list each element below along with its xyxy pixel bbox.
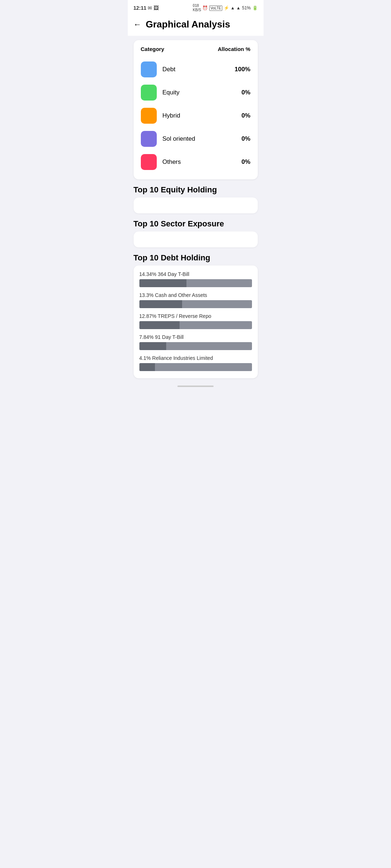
debt-bar-item: 14.34% 364 Day T-Bill xyxy=(139,271,252,287)
category-name-1: Equity xyxy=(163,89,180,96)
signal-icon: ▲ xyxy=(236,5,241,10)
category-left-1: Equity xyxy=(141,85,180,101)
debt-bar-item: 12.87% TREPS / Reverse Repo xyxy=(139,313,252,329)
equity-section: Top 10 Equity Holding xyxy=(134,185,258,213)
network-speed: 018KB/S xyxy=(193,4,201,12)
status-right: 018KB/S ⏰ VoLTE ⚡ ▲ ▲ 51% 🔋 xyxy=(193,4,258,12)
allocation-col-header: Allocation % xyxy=(218,46,250,52)
debt-bar-track-1 xyxy=(139,300,252,308)
debt-bar-fill-2 xyxy=(139,321,180,329)
debt-bar-fill-0 xyxy=(139,279,187,287)
debt-bar-fill-4 xyxy=(139,363,155,371)
volte-icon: VoLTE xyxy=(209,5,222,11)
color-swatch-1 xyxy=(141,85,157,101)
back-button[interactable]: ← xyxy=(134,20,142,29)
debt-section-title: Top 10 Debt Holding xyxy=(134,253,258,263)
debt-bar-track-2 xyxy=(139,321,252,329)
category-pct-1: 0% xyxy=(241,89,251,96)
category-left-4: Others xyxy=(141,154,181,170)
sector-empty-card xyxy=(134,231,258,247)
debt-bar-item: 4.1% Reliance Industries Limited xyxy=(139,355,252,371)
debt-card: 14.34% 364 Day T-Bill 13.3% Cash and Oth… xyxy=(134,265,258,378)
wifi-icon: ▲ xyxy=(231,5,235,10)
category-pct-4: 0% xyxy=(241,158,251,166)
debt-bar-track-3 xyxy=(139,342,252,350)
debt-bar-label-1: 13.3% Cash and Other Assets xyxy=(139,292,252,298)
category-name-0: Debt xyxy=(163,66,176,73)
category-name-2: Hybrid xyxy=(163,112,180,119)
scroll-indicator xyxy=(128,383,264,388)
status-time: 12:11 xyxy=(134,5,147,11)
status-bar: 12:11 ✉ 🖼 018KB/S ⏰ VoLTE ⚡ ▲ ▲ 51% 🔋 xyxy=(128,0,264,14)
debt-bar-track-0 xyxy=(139,279,252,287)
category-row: Hybrid 0% xyxy=(141,104,251,127)
category-left-2: Hybrid xyxy=(141,108,180,124)
gmail-icon: ✉ xyxy=(148,5,152,11)
equity-empty-card xyxy=(134,197,258,213)
category-header: Category Allocation % xyxy=(141,46,251,52)
debt-bar-label-2: 12.87% TREPS / Reverse Repo xyxy=(139,313,252,319)
battery-pct: 51% xyxy=(242,5,251,10)
debt-bar-item: 13.3% Cash and Other Assets xyxy=(139,292,252,308)
category-row: Others 0% xyxy=(141,150,251,174)
header: ← Graphical Analysis xyxy=(128,14,264,36)
debt-bar-track-4 xyxy=(139,363,252,371)
debt-bar-fill-1 xyxy=(139,300,182,308)
debt-bar-label-4: 4.1% Reliance Industries Limited xyxy=(139,355,252,361)
debt-bar-item: 7.84% 91 Day T-Bill xyxy=(139,334,252,350)
category-pct-3: 0% xyxy=(241,135,251,142)
category-row: Debt 100% xyxy=(141,58,251,81)
category-name-4: Others xyxy=(163,158,181,166)
main-content: Category Allocation % Debt 100% Equity 0… xyxy=(128,36,264,383)
category-card: Category Allocation % Debt 100% Equity 0… xyxy=(134,40,258,179)
battery-icon: 🔋 xyxy=(252,5,258,10)
debt-section: Top 10 Debt Holding 14.34% 364 Day T-Bil… xyxy=(134,253,258,378)
alarm-icon: ⏰ xyxy=(202,5,208,10)
color-swatch-3 xyxy=(141,131,157,147)
scroll-bar xyxy=(177,386,214,387)
image-icon: 🖼 xyxy=(154,5,159,11)
category-row: Sol oriented 0% xyxy=(141,127,251,150)
sector-section: Top 10 Sector Exposure xyxy=(134,219,258,247)
category-name-3: Sol oriented xyxy=(163,135,196,142)
bluetooth-icon: ⚡ xyxy=(224,5,229,10)
sector-section-title: Top 10 Sector Exposure xyxy=(134,219,258,229)
page-title: Graphical Analysis xyxy=(146,19,230,30)
category-pct-0: 100% xyxy=(235,66,250,73)
color-swatch-4 xyxy=(141,154,157,170)
color-swatch-0 xyxy=(141,61,157,77)
color-swatch-2 xyxy=(141,108,157,124)
debt-bar-label-0: 14.34% 364 Day T-Bill xyxy=(139,271,252,277)
status-left: 12:11 ✉ 🖼 xyxy=(134,5,159,11)
equity-section-title: Top 10 Equity Holding xyxy=(134,185,258,195)
debt-bar-label-3: 7.84% 91 Day T-Bill xyxy=(139,334,252,340)
category-left-0: Debt xyxy=(141,61,176,77)
category-pct-2: 0% xyxy=(241,112,251,119)
category-col-header: Category xyxy=(141,46,164,52)
category-left-3: Sol oriented xyxy=(141,131,196,147)
category-row: Equity 0% xyxy=(141,81,251,104)
category-rows: Debt 100% Equity 0% Hybrid 0% Sol orient… xyxy=(141,58,251,174)
debt-bar-fill-3 xyxy=(139,342,167,350)
